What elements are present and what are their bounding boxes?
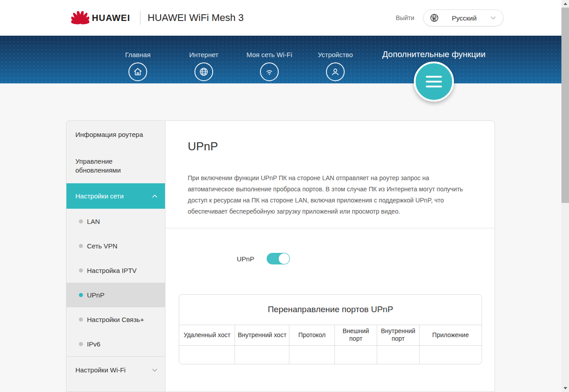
table-cell xyxy=(179,345,235,364)
bullet-dot-icon xyxy=(79,268,83,272)
sidebar-subitem-svyaz[interactable]: Настройки Связь+ xyxy=(66,307,165,332)
sidebar-item-update-management[interactable]: Управление обновлениями xyxy=(66,148,165,183)
scrollbar-thumb[interactable] xyxy=(561,8,569,203)
language-label: Русский xyxy=(439,14,490,22)
sidebar-subitem-label: Настройки Связь+ xyxy=(87,316,144,323)
sidebar-item-label: Управление обновлениями xyxy=(75,157,147,175)
huawei-flower-icon xyxy=(71,11,89,25)
advanced-menu-button[interactable] xyxy=(414,62,454,102)
sidebar-subitem-label: Сеть VPN xyxy=(87,242,117,250)
bullet-dot-icon xyxy=(79,219,83,223)
sidebar-subitem-label: UPnP xyxy=(87,291,104,299)
column-header-application: Приложение xyxy=(419,325,482,345)
chevron-down-icon xyxy=(151,366,159,374)
settings-sidebar: Информация роутера Управление обновления… xyxy=(66,120,165,392)
vertical-scrollbar[interactable] xyxy=(561,0,569,392)
scroll-down-button[interactable] xyxy=(561,384,569,392)
section-divider xyxy=(165,228,495,228)
sidebar-subitem-vpn[interactable]: Сеть VPN xyxy=(66,234,165,258)
column-header-internal-port: Внутренний порт xyxy=(377,325,419,345)
nav-item-device[interactable]: Устройство xyxy=(300,36,371,81)
language-selector[interactable]: Русский xyxy=(423,9,503,26)
table-cell xyxy=(289,345,335,364)
internet-globe-icon xyxy=(194,62,213,81)
bullet-dot-icon xyxy=(79,293,83,297)
upnp-toggle-row: UPnP xyxy=(237,253,290,264)
nav-item-internet[interactable]: Интернет xyxy=(168,36,239,81)
sidebar-item-label: Настройки сети xyxy=(75,192,124,200)
triangle-down-icon xyxy=(564,387,567,389)
table-cell xyxy=(334,345,377,364)
sidebar-subitem-label: Настройка IPTV xyxy=(87,267,136,274)
nav-label-internet: Интернет xyxy=(168,51,239,58)
port-forwarding-table: Перенаправление портов UPnP Удаленный хо… xyxy=(179,294,482,364)
header-divider xyxy=(140,11,140,25)
bullet-dot-icon xyxy=(79,342,83,346)
table-title: Перенаправление портов UPnP xyxy=(179,295,482,325)
triangle-up-icon xyxy=(564,3,567,5)
product-title: HUAWEI WiFi Mesh 3 xyxy=(148,12,244,24)
bullet-dot-icon xyxy=(79,318,83,322)
logout-link[interactable]: Выйти xyxy=(396,0,414,36)
page-title: UPnP xyxy=(188,140,218,153)
nav-item-my-wifi[interactable]: Моя сеть Wi-Fi xyxy=(234,36,305,81)
main-nav-bar: Главная Интернет Моя сеть Wi-Fi Устройст… xyxy=(0,36,561,83)
sidebar-subitem-label: LAN xyxy=(87,218,100,225)
sidebar-subitem-iptv[interactable]: Настройка IPTV xyxy=(66,258,165,283)
upnp-toggle-switch[interactable] xyxy=(267,253,290,264)
page-description: При включении функции UPnP ПК на стороне… xyxy=(188,173,473,217)
nav-label-home: Главная xyxy=(102,51,173,58)
table-title-row: Перенаправление портов UPnP xyxy=(179,295,482,325)
wifi-icon xyxy=(260,62,279,81)
sidebar-subitem-upnp[interactable]: UPnP xyxy=(66,283,165,307)
upnp-toggle-label: UPnP xyxy=(237,255,254,263)
column-header-remote-host: Удаленный хост xyxy=(179,325,235,345)
table-cell xyxy=(235,345,289,364)
sidebar-subitem-lan[interactable]: LAN xyxy=(66,209,165,234)
chevron-up-icon xyxy=(151,192,159,200)
table-header-row: Удаленный хост Внутренний хост Протокол … xyxy=(179,325,482,345)
home-icon xyxy=(128,62,147,81)
device-user-icon xyxy=(326,62,345,81)
chevron-down-icon xyxy=(490,14,497,21)
table-row xyxy=(179,345,482,364)
globe-icon xyxy=(430,13,439,22)
sidebar-subitem-ipv6[interactable]: IPv6 xyxy=(66,332,165,356)
nav-item-home[interactable]: Главная xyxy=(102,36,173,81)
sidebar-item-router-info[interactable]: Информация роутера xyxy=(66,121,165,148)
sidebar-item-network-settings[interactable]: Настройки сети xyxy=(66,183,165,209)
sidebar-item-label: Настройки Wi-Fi xyxy=(75,366,126,374)
sidebar-item-label: Информация роутера xyxy=(75,131,143,138)
hamburger-icon xyxy=(426,76,442,78)
nav-label-my-wifi: Моя сеть Wi-Fi xyxy=(234,51,305,58)
brand-name: HUAWEI xyxy=(92,13,130,23)
upnp-content-panel: UPnP При включении функции UPnP ПК на ст… xyxy=(165,120,495,392)
app-header: HUAWEI HUAWEI WiFi Mesh 3 Выйти Русский xyxy=(0,0,561,36)
nav-label-device: Устройство xyxy=(300,51,371,58)
toggle-knob xyxy=(279,253,289,264)
scroll-up-button[interactable] xyxy=(561,0,569,8)
column-header-external-port: Внешний порт xyxy=(334,325,377,345)
table-cell xyxy=(377,345,419,364)
column-header-protocol: Протокол xyxy=(289,325,335,345)
sidebar-item-wifi-settings[interactable]: Настройки Wi-Fi xyxy=(66,356,165,383)
column-header-internal-host: Внутренний хост xyxy=(235,325,289,345)
brand-logo: HUAWEI HUAWEI WiFi Mesh 3 xyxy=(71,0,244,36)
bullet-dot-icon xyxy=(79,244,83,248)
sidebar-subitem-label: IPv6 xyxy=(87,340,100,348)
nav-item-advanced-label[interactable]: Дополнительные функции xyxy=(363,50,505,59)
table-cell xyxy=(419,345,482,364)
